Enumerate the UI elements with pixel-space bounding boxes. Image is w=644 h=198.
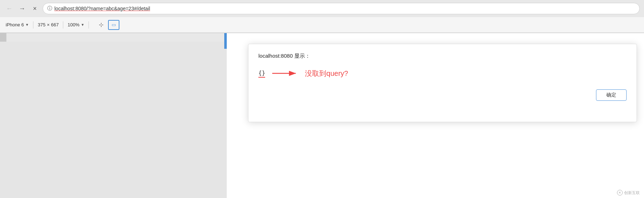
device-dropdown-arrow: ▼ bbox=[25, 23, 29, 27]
dialog-title: localhost:8080 显示： bbox=[258, 53, 627, 59]
strip-main bbox=[6, 33, 219, 42]
cursor-icon-button[interactable]: ⊹ bbox=[96, 20, 106, 30]
info-icon: ⓘ bbox=[47, 5, 52, 12]
zoom-level: 100% bbox=[68, 22, 79, 27]
dimensions-display: 375 × 667 bbox=[38, 22, 59, 27]
dialog-content: {} 没取到query? bbox=[258, 68, 627, 79]
confirm-button[interactable]: 确定 bbox=[596, 89, 627, 101]
address-bar[interactable]: ⓘ localhost:8080/?name=abc&age=23#/detai… bbox=[43, 3, 640, 14]
nav-bar: ← → × ⓘ localhost:8080/?name=abc&age=23#… bbox=[0, 0, 644, 17]
back-button[interactable]: ← bbox=[4, 4, 14, 14]
watermark-icon: ✕ bbox=[617, 190, 623, 196]
zoom-dropdown-arrow: ▼ bbox=[81, 23, 84, 27]
device-mode-icon-button[interactable]: ▭ bbox=[108, 20, 119, 30]
device-toolbar: iPhone 6 ▼ 375 × 667 100% ▼ ⊹ ▭ bbox=[0, 17, 644, 33]
viewport-width: 375 bbox=[38, 22, 45, 27]
zoom-selector[interactable]: 100% ▼ bbox=[68, 22, 84, 27]
toolbar-separator-2 bbox=[63, 21, 63, 28]
viewport-height: 667 bbox=[51, 22, 59, 27]
toolbar-separator-3 bbox=[88, 21, 89, 28]
dialog-json-value: {} bbox=[258, 69, 265, 78]
dialog-box: localhost:8080 显示： {} 没取到query? bbox=[248, 44, 637, 122]
strip-left bbox=[0, 33, 6, 42]
toolbar-icons: ⊹ ▭ bbox=[96, 20, 119, 30]
viewport-top-strip bbox=[0, 33, 227, 42]
watermark: ✕ 创新互联 bbox=[617, 190, 640, 196]
dimension-cross: × bbox=[47, 22, 50, 27]
viewport-panel bbox=[0, 33, 227, 198]
watermark-text: 创新互联 bbox=[624, 190, 640, 196]
dialog-annotation-text: 没取到query? bbox=[305, 69, 348, 78]
dialog-footer: 确定 bbox=[258, 89, 627, 101]
close-button[interactable]: × bbox=[30, 4, 40, 14]
url-text: localhost:8080/?name=abc&age=23#/detail bbox=[54, 6, 150, 11]
device-selector[interactable]: iPhone 6 ▼ bbox=[6, 22, 29, 27]
device-name: iPhone 6 bbox=[6, 22, 24, 27]
main-area: localhost:8080 显示： {} 没取到query? bbox=[0, 33, 644, 198]
dialog-arrow bbox=[271, 68, 299, 79]
dialog-overlay: localhost:8080 显示： {} 没取到query? bbox=[227, 33, 644, 198]
forward-button[interactable]: → bbox=[17, 4, 27, 14]
toolbar-separator-1 bbox=[33, 21, 33, 28]
